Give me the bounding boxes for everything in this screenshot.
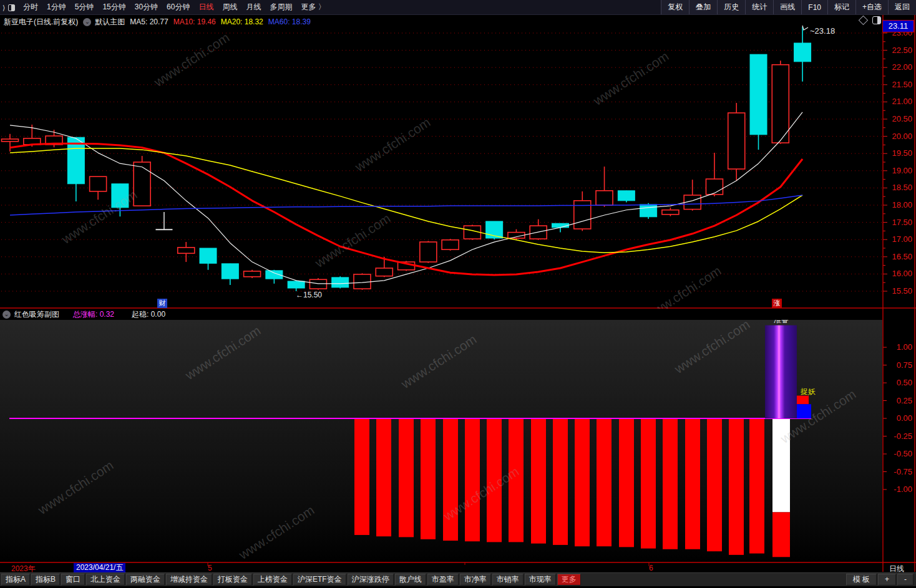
zhang-event-badge[interactable]: 涨 [772,299,782,308]
tab-日线[interactable]: 日线 [194,2,218,12]
toolbar-right-模 板[interactable]: 模 板 [846,574,877,586]
indicator-bar [663,419,678,549]
ma-value-label: MA60: 18.39 [268,17,311,26]
price-axis-label: 17.00 [892,234,912,244]
candle-body-up [244,271,261,277]
toolbar-right--[interactable]: - [897,574,914,586]
candle-body-down [288,281,305,288]
main-chart-label[interactable]: 默认主图 [95,17,125,27]
toolbar-item-北上资金[interactable]: 北上资金 [86,574,125,586]
cai-event-badge[interactable]: 财 [157,299,167,308]
nav-button-+自选[interactable]: +自选 [855,0,888,14]
panel-toggle-icon[interactable] [872,16,881,24]
nav-button-历史[interactable]: 历史 [717,0,745,14]
indicator-name[interactable]: 红色吸筹副图 [14,309,59,320]
timeline-mark-6: 6 [649,564,653,572]
toolbar-item-散户线[interactable]: 散户线 [395,574,426,586]
price-axis-label: 18.50 [892,183,912,192]
toolbar-item-市盈率[interactable]: 市盈率 [427,574,459,586]
candle-body-up [442,240,459,249]
price-axis-label: 16.50 [892,252,912,261]
timeline-row: 2023年 2023/04/21/五 56 日线 [0,563,916,572]
ma-values: MA5: 20.77MA10: 19.46MA20: 18.32MA60: 18… [130,17,316,26]
app-window-icon[interactable]: ⟩ [2,3,15,12]
toolbar-items: 指标A指标B窗口北上资金两融资金增减持资金打板资金上榜资金沪深ETF资金沪深涨跌… [0,574,556,586]
indicator-bar [354,419,369,535]
toolbar-item-市净率[interactable]: 市净率 [460,574,491,586]
candle-body-up [376,268,392,276]
toolbar-item-沪深涨跌停[interactable]: 沪深涨跌停 [348,574,394,586]
indicator-bar [575,419,590,546]
candle-body-up [178,248,195,253]
timeline-selected-date[interactable]: 2023/04/21/五 [74,563,125,572]
toolbar-right-buttons: 模 板+- [845,574,914,586]
toolbar-item-指标A[interactable]: 指标A [1,574,30,586]
tab-月线[interactable]: 月线 [241,2,265,12]
toolbar-item-沪深ETF资金[interactable]: 沪深ETF资金 [293,574,346,586]
candle-body-down [200,248,217,263]
low-price-annotation: ←15.50 [296,291,322,299]
nav-button-返回[interactable]: 返回 [888,0,916,14]
tab-多周期[interactable]: 多周期 [265,2,296,12]
tab-分时[interactable]: 分时 [19,2,42,12]
nav-button-统计[interactable]: 统计 [745,0,773,14]
indicator-bar [421,419,436,539]
price-axis-label: 19.00 [892,166,912,175]
candle-body-up [309,279,326,289]
candle-body-up [90,176,107,191]
indicator-bar [685,419,700,549]
collapse-circle-icon[interactable]: ⌄ [83,18,91,26]
indicator-bar [641,419,656,549]
toolbar-right-+[interactable]: + [878,574,896,586]
diamond-icon[interactable] [859,16,869,26]
tab-30分钟[interactable]: 30分钟 [130,2,162,12]
indicator-bar [749,419,764,554]
nav-button-叠加[interactable]: 叠加 [689,0,717,14]
price-axis-label: 16.00 [892,269,912,278]
toolbar-item-市销率[interactable]: 市销率 [492,574,524,586]
indicator-bar [553,419,568,545]
toolbar-item-增减持资金[interactable]: 增减持资金 [166,574,212,586]
nav-button-F10[interactable]: F10 [801,0,827,14]
chart-corner-icons [860,16,882,26]
tab-15分钟[interactable]: 15分钟 [98,2,130,12]
toolbar-more-button[interactable]: 更多 [557,574,581,586]
toolbar-item-打板资金[interactable]: 打板资金 [213,574,252,586]
sub-axis-label: 0.25 [897,396,912,405]
tab-更多 〉[interactable]: 更多 〉 [296,2,329,12]
price-axis-label: 19.50 [892,148,912,158]
collapse-circle-icon[interactable]: ⌄ [2,311,11,319]
ma-value-label: MA20: 18.32 [221,17,263,26]
indicator-bar [619,419,634,547]
tab-60分钟[interactable]: 60分钟 [162,2,194,12]
tab-5分钟[interactable]: 5分钟 [71,2,99,12]
nav-button-复权[interactable]: 复权 [661,0,689,14]
price-axis-label: 21.00 [892,97,912,106]
tab-周线[interactable]: 周线 [218,2,241,12]
toolbar-item-两融资金[interactable]: 两融资金 [126,574,165,586]
nav-right-buttons: 复权叠加历史统计画线F10标记+自选返回 [661,0,916,14]
sub-axis-label: 1.00 [897,342,912,352]
indicator-bar [465,419,480,541]
indicator-bar [707,419,722,551]
sub-axis-label: 0.75 [897,360,912,370]
candle-body-down [750,54,767,135]
sub-axis-label: -0.75 [894,467,912,476]
sub-axis-label: -1.00 [894,484,912,494]
candle-body-down [640,205,657,217]
candle-body-up [596,191,613,205]
toolbar-item-窗口[interactable]: 窗口 [61,574,85,586]
toolbar-item-市现率[interactable]: 市现率 [525,574,556,586]
indicator-bar-white-red [772,512,790,557]
nav-button-标记[interactable]: 标记 [827,0,855,14]
stock-app-window: { "top_nav": { "period_tabs": [ {"label"… [0,0,916,588]
nav-button-画线[interactable]: 画线 [773,0,801,14]
ma-value-label: MA10: 19.46 [173,17,216,26]
candle-body-down [794,43,811,62]
toolbar-item-指标B[interactable]: 指标B [31,574,60,586]
price-axis-label: 20.00 [892,132,912,141]
tab-1分钟[interactable]: 1分钟 [42,2,71,12]
toolbar-item-上榜资金[interactable]: 上榜资金 [253,574,292,586]
price-axis-label: 15.50 [892,286,912,296]
candle-body-down [618,191,635,201]
